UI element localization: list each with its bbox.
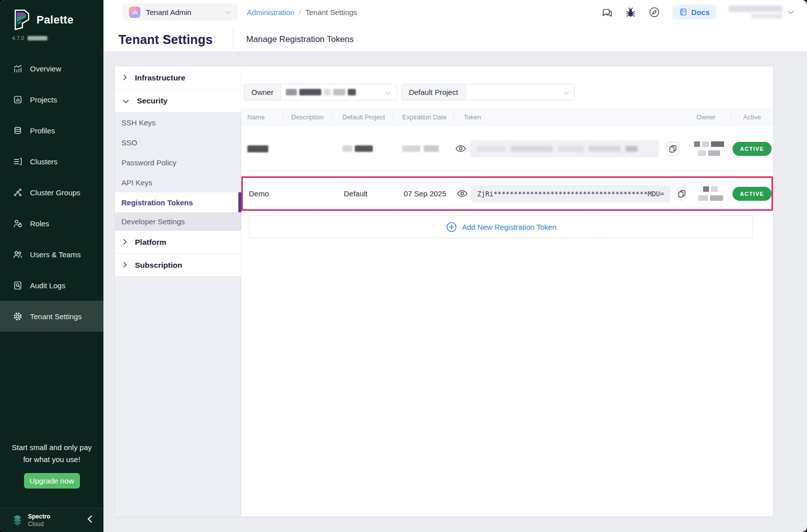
bug-icon [625,7,636,17]
feedback-chat-button[interactable] [601,7,613,17]
settings-item-ssh-keys[interactable]: SSH Keys [115,112,241,132]
sidebar-nav: Overview Projects Profiles Clusters Clus… [0,53,103,332]
settings-section-platform[interactable]: Platform [115,231,241,254]
token-name: Demo [243,189,284,198]
settings-section-subscription[interactable]: Subscription [115,254,241,277]
column-header-owner: Owner [681,108,731,126]
settings-item-developer-settings[interactable]: Developer Settings [115,212,241,231]
eye-icon [455,144,466,153]
registration-tokens-panel: Owner Default Project Name Descript [241,66,773,517]
sidebar-item-label: Projects [30,95,57,104]
sidebar-item-tenant-settings[interactable]: Tenant Settings [0,301,103,332]
settings-item-sso[interactable]: SSO [115,132,241,152]
page-subtitle: Manage Registration Tokens [246,34,354,44]
sidebar-item-cluster-groups[interactable]: Cluster Groups [0,177,103,208]
settings-section-label: Subscription [135,261,182,270]
chevron-down-icon [225,7,231,16]
brand-logo-row: Palette [0,0,103,31]
projects-icon [13,95,22,104]
sidebar-item-label: Roles [30,219,49,228]
settings-item-api-keys[interactable]: API Keys [115,172,241,192]
sidebar-item-audit-logs[interactable]: Audit Logs [0,270,103,301]
cluster-groups-icon [13,188,22,197]
version-row: 4.7.0 [0,35,103,41]
version-label: 4.7.0 [12,35,24,41]
token-row-demo: Demo Default 07 Sep 2025 ZjRi***********… [243,178,772,209]
footer-brand-bottom: Cloud [28,521,50,528]
default-project-filter-label: Default Project [402,84,465,100]
docs-button-label: Docs [691,8,710,16]
spectro-cloud-logo-icon [12,515,23,526]
user-menu[interactable] [729,5,794,18]
settings-section-security[interactable]: Security [115,89,241,112]
chevron-right-icon [123,261,127,270]
chevron-down-icon [788,10,794,14]
owner-filter-label: Owner [244,84,281,100]
column-header-expiration-date: Expiration Date [393,108,454,126]
breadcrumb-administration-link[interactable]: Administration [247,8,294,16]
token-owner-redacted [681,141,731,156]
sidebar-item-roles[interactable]: Roles [0,208,103,239]
filter-bar: Owner Default Project [244,84,773,100]
sidebar-item-label: Clusters [30,157,57,166]
breadcrumb: Administration / Tenant Settings [247,0,357,24]
token-value-redacted [470,140,659,157]
copy-token-button[interactable] [666,142,680,155]
column-header-active: Active [731,108,773,126]
upgrade-promo: Start small and only pay for what you us… [0,442,103,489]
highlight-annotation-box: Demo Default 07 Sep 2025 ZjRi***********… [241,176,773,211]
show-token-button[interactable] [455,144,466,153]
explore-compass-button[interactable] [649,6,660,18]
settings-section-infrastructure[interactable]: Infrastructure [115,66,241,89]
sidebar-item-users-teams[interactable]: Users & Teams [0,239,103,270]
token-masked-value: ZjRi************************************… [471,185,670,202]
sidebar-collapse-button[interactable] [87,515,92,526]
palette-logo-icon [11,8,31,31]
footer-brand-top: Spectro [28,513,50,521]
token-default-project: Default [333,189,394,198]
palette-app-window: Palette 4.7.0 Overview Projects Profiles… [0,0,807,532]
user-name-redacted [729,5,783,18]
sidebar-item-profiles[interactable]: Profiles [0,115,103,146]
chevron-down-icon [123,96,129,105]
docs-button[interactable]: Docs [673,4,716,19]
audit-logs-icon [13,281,22,290]
settings-item-password-policy[interactable]: Password Policy [115,152,241,172]
settings-nav: Infrastructure Security SSH Keys SSO Pas… [115,66,241,517]
top-bar: Tenant Admin Administration / Tenant Set… [103,0,807,51]
owner-filter-select[interactable] [281,84,396,100]
column-header-name: Name [241,108,283,126]
clusters-icon [13,157,22,166]
token-status-cell: ACTIVE [733,187,772,201]
report-bug-button[interactable] [625,7,636,17]
column-header-token: Token [454,108,681,126]
page-title: Tenant Settings [118,32,213,47]
sidebar-item-projects[interactable]: Projects [0,84,103,115]
sidebar-item-label: Tenant Settings [30,312,81,321]
column-header-description: Description [283,108,331,126]
chevron-left-icon [87,515,92,523]
sidebar-item-overview[interactable]: Overview [0,53,103,84]
profiles-icon [13,126,22,135]
sidebar-item-clusters[interactable]: Clusters [0,146,103,177]
show-token-button[interactable] [457,189,468,198]
eye-icon [457,189,468,198]
chat-bubbles-icon [601,7,613,17]
breadcrumb-current: Tenant Settings [305,8,357,16]
default-project-filter: Default Project [401,84,574,100]
scope-selector[interactable]: Tenant Admin [123,3,237,20]
primary-sidebar: Palette 4.7.0 Overview Projects Profiles… [0,0,103,532]
token-expiration-redacted [393,145,454,152]
upgrade-now-button[interactable]: Upgrade now [24,473,80,489]
token-project-redacted [331,145,393,152]
settings-item-registration-tokens[interactable]: Registration Tokens [115,192,241,212]
add-registration-token-label: Add New Registration Token [462,223,557,231]
promo-line2: for what you use! [0,454,103,466]
breadcrumb-separator: / [299,8,301,16]
add-registration-token-button[interactable]: Add New Registration Token [249,215,753,238]
token-status-cell: ACTIVE [731,142,773,156]
version-redacted [27,36,47,40]
default-project-filter-select[interactable] [466,84,574,100]
token-expiration-date: 07 Sep 2025 [394,189,455,198]
copy-icon [669,145,677,153]
